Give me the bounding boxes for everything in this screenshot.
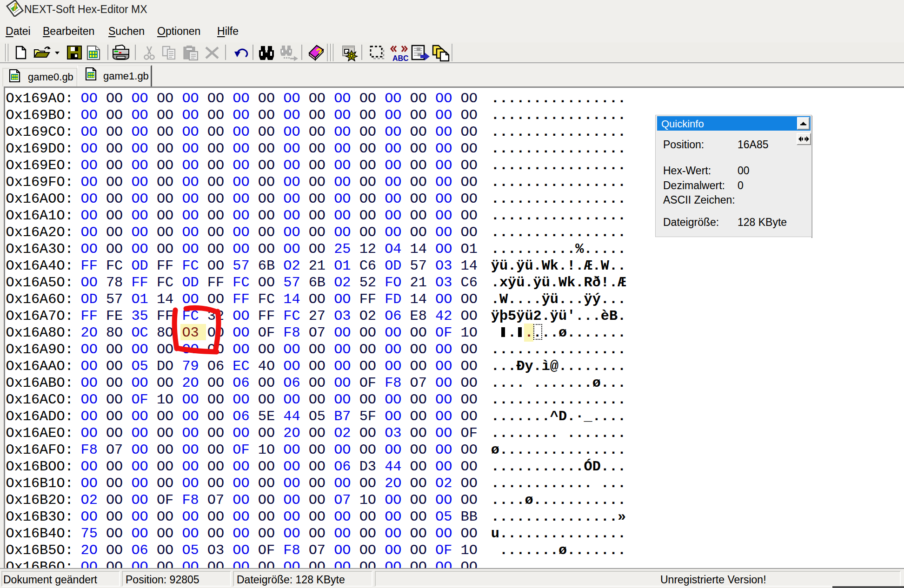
- svg-text:ABC: ABC: [392, 54, 408, 62]
